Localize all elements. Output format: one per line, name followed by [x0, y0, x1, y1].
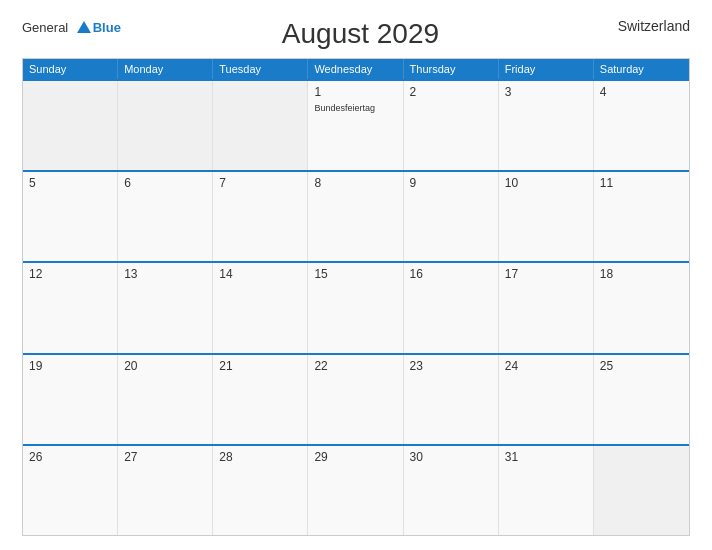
- weekday-tuesday: Tuesday: [213, 59, 308, 79]
- day-number: 4: [600, 85, 683, 99]
- cal-cell: [118, 81, 213, 170]
- logo-general-text: General: [22, 20, 68, 35]
- logo-blue-text: Blue: [93, 20, 121, 35]
- calendar-title: August 2029: [121, 18, 600, 50]
- logo: General Blue: [22, 18, 121, 37]
- cal-cell: 9: [404, 172, 499, 261]
- calendar-header: Sunday Monday Tuesday Wednesday Thursday…: [23, 59, 689, 79]
- cal-cell: 20: [118, 355, 213, 444]
- cal-cell: 21: [213, 355, 308, 444]
- weekday-wednesday: Wednesday: [308, 59, 403, 79]
- day-number: 17: [505, 267, 587, 281]
- cal-cell: 1Bundesfeiertag: [308, 81, 403, 170]
- day-number: 7: [219, 176, 301, 190]
- day-number: 20: [124, 359, 206, 373]
- day-number: 15: [314, 267, 396, 281]
- day-number: 19: [29, 359, 111, 373]
- cal-cell: 10: [499, 172, 594, 261]
- cal-cell: 22: [308, 355, 403, 444]
- day-number: 3: [505, 85, 587, 99]
- day-number: 18: [600, 267, 683, 281]
- cal-cell: 7: [213, 172, 308, 261]
- cal-cell: 25: [594, 355, 689, 444]
- cal-cell: 17: [499, 263, 594, 352]
- day-number: 2: [410, 85, 492, 99]
- day-number: 12: [29, 267, 111, 281]
- cal-cell: 24: [499, 355, 594, 444]
- day-number: 9: [410, 176, 492, 190]
- day-number: 10: [505, 176, 587, 190]
- cal-cell: [213, 81, 308, 170]
- cal-week-5: 262728293031: [23, 444, 689, 535]
- day-number: 30: [410, 450, 492, 464]
- day-number: 16: [410, 267, 492, 281]
- day-number: 23: [410, 359, 492, 373]
- holiday-label: Bundesfeiertag: [314, 103, 396, 114]
- cal-cell: 16: [404, 263, 499, 352]
- country-label: Switzerland: [600, 18, 690, 34]
- weekday-monday: Monday: [118, 59, 213, 79]
- cal-cell: [594, 446, 689, 535]
- weekday-thursday: Thursday: [404, 59, 499, 79]
- cal-week-2: 567891011: [23, 170, 689, 261]
- day-number: 6: [124, 176, 206, 190]
- svg-marker-0: [77, 21, 91, 33]
- day-number: 26: [29, 450, 111, 464]
- day-number: 14: [219, 267, 301, 281]
- day-number: 29: [314, 450, 396, 464]
- day-number: 25: [600, 359, 683, 373]
- cal-cell: 12: [23, 263, 118, 352]
- cal-cell: 3: [499, 81, 594, 170]
- weekday-friday: Friday: [499, 59, 594, 79]
- cal-cell: 19: [23, 355, 118, 444]
- day-number: 22: [314, 359, 396, 373]
- cal-cell: 18: [594, 263, 689, 352]
- cal-cell: 5: [23, 172, 118, 261]
- weekday-sunday: Sunday: [23, 59, 118, 79]
- day-number: 1: [314, 85, 396, 99]
- cal-cell: 2: [404, 81, 499, 170]
- day-number: 27: [124, 450, 206, 464]
- day-number: 31: [505, 450, 587, 464]
- day-number: 11: [600, 176, 683, 190]
- day-number: 28: [219, 450, 301, 464]
- cal-week-3: 12131415161718: [23, 261, 689, 352]
- cal-week-4: 19202122232425: [23, 353, 689, 444]
- day-number: 24: [505, 359, 587, 373]
- calendar: Sunday Monday Tuesday Wednesday Thursday…: [22, 58, 690, 536]
- cal-cell: 13: [118, 263, 213, 352]
- cal-cell: 30: [404, 446, 499, 535]
- cal-cell: 31: [499, 446, 594, 535]
- cal-cell: [23, 81, 118, 170]
- header: General Blue August 2029 Switzerland: [22, 18, 690, 50]
- cal-cell: 6: [118, 172, 213, 261]
- cal-week-1: 1Bundesfeiertag234: [23, 79, 689, 170]
- day-number: 13: [124, 267, 206, 281]
- cal-cell: 15: [308, 263, 403, 352]
- weekday-saturday: Saturday: [594, 59, 689, 79]
- page: General Blue August 2029 Switzerland Sun…: [0, 0, 712, 550]
- cal-cell: 4: [594, 81, 689, 170]
- day-number: 5: [29, 176, 111, 190]
- cal-cell: 11: [594, 172, 689, 261]
- cal-cell: 28: [213, 446, 308, 535]
- cal-cell: 8: [308, 172, 403, 261]
- day-number: 21: [219, 359, 301, 373]
- cal-cell: 29: [308, 446, 403, 535]
- cal-cell: 27: [118, 446, 213, 535]
- calendar-body: 1Bundesfeiertag2345678910111213141516171…: [23, 79, 689, 535]
- logo-icon: [75, 19, 93, 37]
- cal-cell: 23: [404, 355, 499, 444]
- cal-cell: 14: [213, 263, 308, 352]
- day-number: 8: [314, 176, 396, 190]
- cal-cell: 26: [23, 446, 118, 535]
